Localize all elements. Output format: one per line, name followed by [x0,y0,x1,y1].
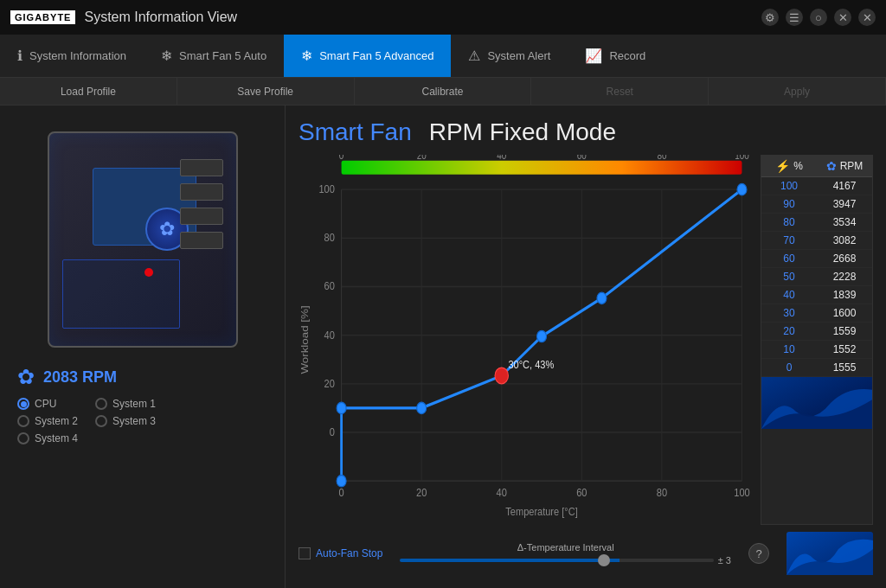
radio-cpu-inner [21,401,27,407]
calibrate-button[interactable]: Calibrate [355,78,532,105]
svg-point-39 [737,183,747,195]
svg-text:30°C, 43%: 30°C, 43% [508,358,554,371]
chart-area: 0 20 40 60 80 100 [299,155,873,525]
fan-source-system2[interactable]: System 2 [17,415,78,427]
delta-slider[interactable] [400,559,713,562]
rpm-pct-3: 70 [761,232,817,249]
rpm-val-10: 1555 [817,359,872,376]
fan-sources: CPU System 1 System 2 System 3 System 4 [17,398,156,444]
fan-auto-icon: ❄ [161,48,172,64]
rpm-pct-6: 40 [761,286,817,304]
fan-source-system4-label: System 4 [35,432,78,444]
radio-system1 [95,398,107,410]
chart-header: Smart Fan RPM Fixed Mode [299,118,873,146]
fan-source-system2-label: System 2 [35,415,78,427]
app-title: System Information View [84,10,237,25]
rpm-pct-1: 90 [761,195,817,213]
rpm-pct-9: 10 [761,341,817,358]
rpm-row-9[interactable]: 10 1552 [761,341,872,359]
radio-cpu [17,398,29,410]
list-button[interactable]: ☰ [786,9,803,26]
tab-system-info-label: System Information [29,49,126,62]
fan-source-cpu[interactable]: CPU [17,398,78,410]
settings-button[interactable]: ⚙ [761,9,779,26]
tab-system-info[interactable]: ℹ System Information [0,35,144,77]
load-profile-button[interactable]: Load Profile [0,78,177,105]
wave-decoration [761,377,872,429]
rpm-row-1[interactable]: 90 3947 [761,195,872,214]
rpm-row-3[interactable]: 70 3082 [761,232,872,250]
reset-button[interactable]: Reset [531,78,709,105]
pc-drive-4 [180,232,223,249]
tab-record[interactable]: 📈 Record [568,35,663,77]
rpm-val-6: 1839 [817,286,872,304]
rpm-pct-2: 80 [761,214,817,231]
gigabyte-logo: GIGABYTE [10,10,75,24]
auto-fan-stop-label: Auto-Fan Stop [316,547,382,559]
pc-drive-2 [180,183,223,201]
rpm-row-6[interactable]: 40 1839 [761,286,872,304]
pc-motherboard [62,259,180,329]
fan-chart-svg[interactable]: 0 20 40 60 80 100 [299,155,756,525]
svg-text:60: 60 [324,279,335,292]
pc-case: ✿ [48,131,238,348]
fan-source-system1[interactable]: System 1 [95,398,156,410]
svg-text:0: 0 [330,425,335,438]
svg-text:20: 20 [324,377,335,390]
pc-illustration: ✿ [22,123,264,356]
rpm-pct-10: 0 [761,359,817,376]
help-button[interactable]: ? [748,543,769,564]
svg-point-40 [495,368,508,384]
right-panel: Smart Fan RPM Fixed Mode [286,105,886,588]
minimize-button[interactable]: ○ [810,9,827,26]
svg-rect-0 [342,161,742,175]
rpm-col-percent: ⚡ % [761,156,817,176]
svg-text:100: 100 [734,486,750,499]
svg-text:20: 20 [417,155,427,162]
tab-smart-fan-advanced[interactable]: ❄ Smart Fan 5 Advanced [284,35,451,77]
rpm-val-9: 1552 [817,341,872,358]
apply-button[interactable]: Apply [709,78,886,105]
pc-drives [180,159,223,249]
rpm-row-5[interactable]: 50 2228 [761,268,872,286]
svg-text:60: 60 [577,155,587,162]
fan-source-system3[interactable]: System 3 [95,415,156,427]
fan-source-system4[interactable]: System 4 [17,432,78,444]
close-button2[interactable]: ✕ [858,9,876,26]
save-profile-button[interactable]: Save Profile [177,78,355,105]
fan-source-cpu-label: CPU [35,398,56,410]
rpm-row-10[interactable]: 0 1555 [761,359,872,377]
left-panel: ✿ ✿ 2083 RPM [0,105,286,588]
rpm-pct-7: 30 [761,304,817,322]
toolbar: Load Profile Save Profile Calibrate Rese… [0,78,886,105]
smart-fan-title: Smart Fan [299,118,412,146]
svg-text:40: 40 [497,486,507,499]
auto-fan-stop[interactable]: Auto-Fan Stop [299,547,382,559]
tab-system-alert[interactable]: ⚠ System Alert [451,35,568,77]
rpm-row-4[interactable]: 60 2668 [761,250,872,268]
rpm-row-8[interactable]: 20 1559 [761,323,872,341]
svg-text:Temperature [°C]: Temperature [°C] [505,505,577,518]
main-content: ✿ ✿ 2083 RPM [0,105,886,588]
svg-text:80: 80 [657,155,666,162]
svg-text:100: 100 [735,155,749,162]
close-button[interactable]: ✕ [834,9,851,26]
rpm-pct-0: 100 [761,177,817,195]
radio-system2 [17,415,29,427]
title-controls: ⚙ ☰ ○ ✕ ✕ [761,9,876,26]
svg-point-36 [417,402,427,413]
rpm-val-4: 2668 [817,250,872,267]
rpm-row-2[interactable]: 80 3534 [761,214,872,232]
rpm-col-rpm: ✿ RPM [817,156,872,176]
tab-smart-fan-advanced-label: Smart Fan 5 Advanced [319,49,433,62]
svg-text:80: 80 [657,486,667,499]
rpm-pct-4: 60 [761,250,817,267]
svg-text:20: 20 [416,486,427,499]
rpm-row-7[interactable]: 30 1600 [761,304,872,323]
rpm-row-0[interactable]: 100 4167 [761,177,872,195]
rpm-val-5: 2228 [817,268,872,285]
help-icon: ? [755,547,761,560]
auto-fan-stop-checkbox[interactable] [299,547,311,559]
wave-deco-right [786,532,873,575]
tab-smart-fan-auto[interactable]: ❄ Smart Fan 5 Auto [144,35,284,77]
